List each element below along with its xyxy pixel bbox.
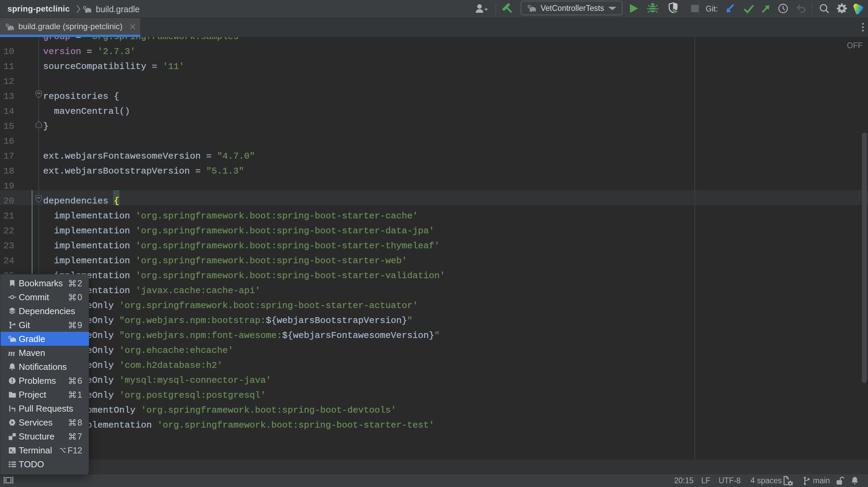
svg-text:m: m (8, 348, 15, 357)
